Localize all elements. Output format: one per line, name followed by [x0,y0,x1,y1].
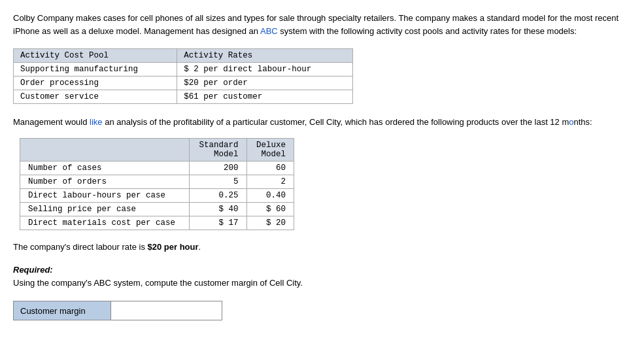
deluxe-orders: 2 [246,175,294,189]
standard-cases: 200 [189,162,246,175]
activity-name-3: Customer service [14,90,177,104]
activity-cost-table: Activity Cost Pool Activity Rates Suppor… [13,48,353,104]
table-row: Supporting manufacturing $ 2 per direct … [14,63,353,77]
activity-name-2: Order processing [14,77,177,90]
standard-orders: 5 [189,175,246,189]
row-label-cases: Number of cases [20,162,190,175]
labour-paragraph: The company's direct labour rate is $20 … [13,241,631,254]
activity-rate-2: $20 per order [177,77,353,90]
table-row: Customer service $61 per customer [14,90,353,104]
deluxe-cases: 60 [246,162,294,175]
required-label: Required: [13,265,53,275]
deluxe-header: DeluxeModel [246,139,294,162]
product-data-table: StandardModel DeluxeModel Number of case… [20,138,294,230]
customer-margin-row: Customer margin [13,301,631,320]
table-row: Direct labour-hours per case 0.25 0.40 [20,189,294,203]
table-row: Selling price per case $ 40 $ 60 [20,203,294,216]
standard-dm: $ 17 [189,216,246,230]
row-label-selling: Selling price per case [20,203,190,216]
table-row: Number of cases 200 60 [20,162,294,175]
empty-header [20,139,190,162]
deluxe-dm: $ 20 [246,216,294,230]
mid-paragraph: Management would like an analysis of the… [13,116,631,129]
standard-dlh: 0.25 [189,189,246,203]
row-label-dlh: Direct labour-hours per case [20,189,190,203]
activity-rate-1: $ 2 per direct labour-hour [177,63,353,77]
table-row: Number of orders 5 2 [20,175,294,189]
activity-rates-header: Activity Rates [177,49,353,63]
required-text: Using the company's ABC system, compute … [13,278,303,288]
table-row: Order processing $20 per order [14,77,353,90]
intro-paragraph: Colby Company makes cases for cell phone… [13,12,631,38]
activity-name-1: Supporting manufacturing [14,63,177,77]
required-section: Required: Using the company's ABC system… [13,264,631,291]
activity-rate-3: $61 per customer [177,90,353,104]
table-row: Direct materials cost per case $ 17 $ 20 [20,216,294,230]
activity-cost-pool-header: Activity Cost Pool [14,49,177,63]
customer-margin-input[interactable] [111,301,222,320]
deluxe-selling: $ 60 [246,203,294,216]
row-label-orders: Number of orders [20,175,190,189]
standard-header: StandardModel [189,139,246,162]
row-label-dm: Direct materials cost per case [20,216,190,230]
standard-selling: $ 40 [189,203,246,216]
customer-margin-label: Customer margin [13,301,111,320]
deluxe-dlh: 0.40 [246,189,294,203]
